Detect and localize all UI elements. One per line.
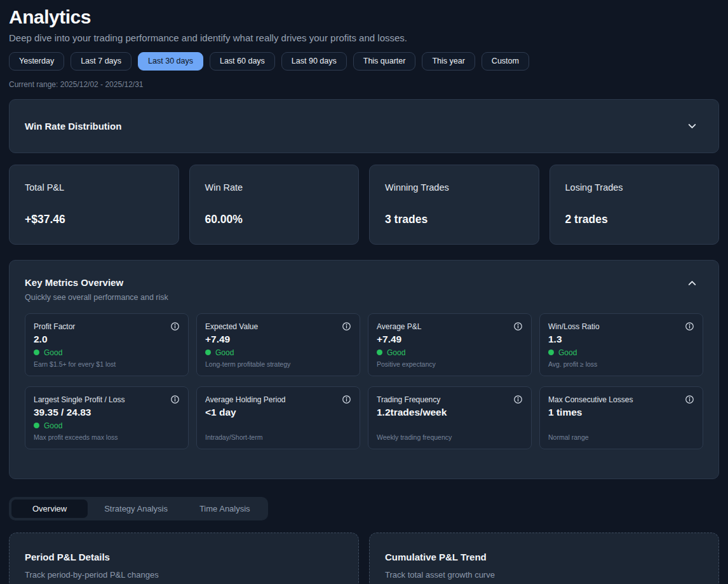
key-metrics-subtitle: Quickly see overall performance and risk bbox=[25, 293, 168, 302]
stat-card-value: 60.00% bbox=[205, 213, 344, 226]
win-rate-distribution-title: Win Rate Distribution bbox=[25, 121, 121, 132]
info-icon[interactable] bbox=[342, 322, 351, 331]
metric-title: Largest Single Profit / Loss bbox=[34, 394, 125, 404]
analysis-tab[interactable]: Strategy Analysis bbox=[89, 499, 183, 518]
bottom-panels-row: Period P&L Details Track period-by-perio… bbox=[9, 533, 719, 584]
metric-title: Average Holding Period bbox=[205, 394, 286, 404]
chevron-down-icon[interactable] bbox=[686, 120, 698, 132]
metric-card-header: Profit Factor bbox=[34, 321, 180, 331]
metric-card: Trading Frequency 1.2trades/week Weekly … bbox=[368, 386, 532, 449]
info-icon[interactable] bbox=[342, 395, 351, 404]
metric-title: Trading Frequency bbox=[377, 394, 440, 404]
stat-card-label: Win Rate bbox=[205, 182, 344, 193]
metric-card-header: Average Holding Period bbox=[205, 394, 351, 404]
metric-card-grid: Profit Factor 2.0 Good bbox=[25, 313, 703, 449]
info-icon[interactable] bbox=[513, 322, 523, 331]
metric-title: Average P&L bbox=[377, 321, 422, 331]
stat-cards-row: Total P&L +$37.46 Win Rate 60.00% Winnin… bbox=[9, 165, 719, 245]
stat-card-label: Winning Trades bbox=[385, 182, 523, 193]
metric-description: Normal range bbox=[548, 433, 589, 441]
status-dot-icon bbox=[205, 350, 211, 355]
status-label: Good bbox=[44, 421, 62, 430]
chart-panel-title: Period P&L Details bbox=[25, 552, 343, 562]
key-metrics-panel: Key Metrics Overview Quickly see overall… bbox=[9, 260, 719, 479]
date-range-button[interactable]: Last 90 days bbox=[281, 52, 347, 71]
stat-card: Total P&L +$37.46 bbox=[9, 165, 179, 245]
metric-card: Max Consecutive Losses 1 times Normal ra… bbox=[539, 386, 703, 449]
key-metrics-heading-group: Key Metrics Overview Quickly see overall… bbox=[25, 277, 168, 302]
stat-card-value: +$37.46 bbox=[25, 213, 163, 226]
stat-card: Losing Trades 2 trades bbox=[549, 165, 720, 245]
metric-card: Largest Single Profit / Loss 39.35 / 24.… bbox=[25, 386, 189, 449]
status-dot-icon bbox=[548, 350, 554, 355]
date-range-button[interactable]: This quarter bbox=[353, 52, 416, 71]
stat-card-value: 3 trades bbox=[385, 213, 523, 226]
analytics-page: Analytics Deep dive into your trading pe… bbox=[0, 0, 728, 584]
metric-value: +7.49 bbox=[377, 334, 401, 345]
stat-card-value: 2 trades bbox=[565, 213, 704, 226]
current-range-label: Current range: 2025/12/02 - 2025/12/31 bbox=[9, 80, 719, 89]
status-badge: Good bbox=[548, 348, 577, 357]
status-label: Good bbox=[558, 348, 577, 357]
metric-value: 2.0 bbox=[34, 334, 48, 345]
stat-card: Winning Trades 3 trades bbox=[369, 165, 539, 245]
info-icon[interactable] bbox=[685, 395, 694, 404]
metric-value: <1 day bbox=[205, 407, 236, 418]
status-badge: Good bbox=[34, 348, 62, 357]
info-icon[interactable] bbox=[170, 395, 180, 404]
metric-card-header: Average P&L bbox=[377, 321, 523, 331]
analysis-tab-bar: Overview Strategy Analysis Time Analysis bbox=[9, 497, 268, 520]
date-range-button[interactable]: Last 60 days bbox=[210, 52, 275, 71]
info-icon[interactable] bbox=[513, 395, 523, 404]
status-label: Good bbox=[44, 348, 62, 357]
date-range-button[interactable]: This year bbox=[422, 52, 475, 71]
metric-card: Win/Loss Ratio 1.3 Good bbox=[539, 313, 703, 376]
chart-panel: Period P&L Details Track period-by-perio… bbox=[9, 533, 359, 584]
metric-value: 1.2trades/week bbox=[377, 407, 447, 418]
date-range-button[interactable]: Last 7 days bbox=[71, 52, 131, 71]
page-subtitle: Deep dive into your trading performance … bbox=[9, 32, 719, 43]
stat-card-label: Total P&L bbox=[25, 182, 163, 193]
status-badge: Good bbox=[205, 348, 234, 357]
date-range-button[interactable]: Yesterday bbox=[9, 52, 64, 71]
metric-card-header: Largest Single Profit / Loss bbox=[34, 394, 180, 404]
chart-panel-title: Cumulative P&L Trend bbox=[385, 552, 703, 562]
metric-card-header: Expected Value bbox=[205, 321, 351, 331]
stat-card-label: Losing Trades bbox=[565, 182, 704, 193]
date-range-button-group: Yesterday Last 7 days Last 30 days Last … bbox=[9, 52, 719, 71]
metric-value: +7.49 bbox=[205, 334, 230, 345]
date-range-button[interactable]: Custom bbox=[482, 52, 529, 71]
metric-description: Long-term profitable strategy bbox=[205, 360, 290, 368]
status-dot-icon bbox=[34, 350, 39, 355]
analysis-tab[interactable]: Time Analysis bbox=[184, 499, 266, 518]
analysis-tab[interactable]: Overview bbox=[11, 499, 88, 518]
metric-title: Win/Loss Ratio bbox=[548, 321, 600, 331]
metric-card: Average P&L +7.49 Good bbox=[368, 313, 532, 376]
metric-description: Max profit exceeds max loss bbox=[34, 433, 118, 441]
chart-panel-subtitle: Track period-by-period P&L changes bbox=[25, 570, 343, 580]
metric-description: Avg. profit ≥ loss bbox=[548, 360, 597, 368]
metric-card: Average Holding Period <1 day Intraday/S… bbox=[196, 386, 360, 449]
metric-title: Profit Factor bbox=[34, 321, 75, 331]
info-icon[interactable] bbox=[170, 322, 180, 331]
chevron-up-icon[interactable] bbox=[686, 277, 698, 289]
status-label: Good bbox=[215, 348, 234, 357]
chart-panel-subtitle: Track total asset growth curve bbox=[385, 570, 703, 580]
status-dot-icon bbox=[34, 423, 39, 428]
stat-card: Win Rate 60.00% bbox=[189, 165, 360, 245]
chart-panel: Cumulative P&L Trend Track total asset g… bbox=[369, 533, 719, 584]
metric-description: Positive expectancy bbox=[377, 360, 436, 368]
metric-value: 1 times bbox=[548, 407, 582, 418]
info-icon[interactable] bbox=[685, 322, 694, 331]
metric-value: 1.3 bbox=[548, 334, 562, 345]
key-metrics-header[interactable]: Key Metrics Overview Quickly see overall… bbox=[25, 277, 703, 302]
win-rate-distribution-panel[interactable]: Win Rate Distribution bbox=[9, 99, 719, 153]
metric-description: Earn $1.5+ for every $1 lost bbox=[34, 360, 116, 368]
metric-card-header: Max Consecutive Losses bbox=[548, 394, 694, 404]
page-title: Analytics bbox=[9, 6, 719, 29]
metric-title: Expected Value bbox=[205, 321, 258, 331]
metric-value: 39.35 / 24.83 bbox=[34, 407, 91, 418]
metric-card: Profit Factor 2.0 Good bbox=[25, 313, 189, 376]
date-range-button[interactable]: Last 30 days bbox=[138, 52, 203, 71]
metric-card: Expected Value +7.49 Good bbox=[196, 313, 360, 376]
